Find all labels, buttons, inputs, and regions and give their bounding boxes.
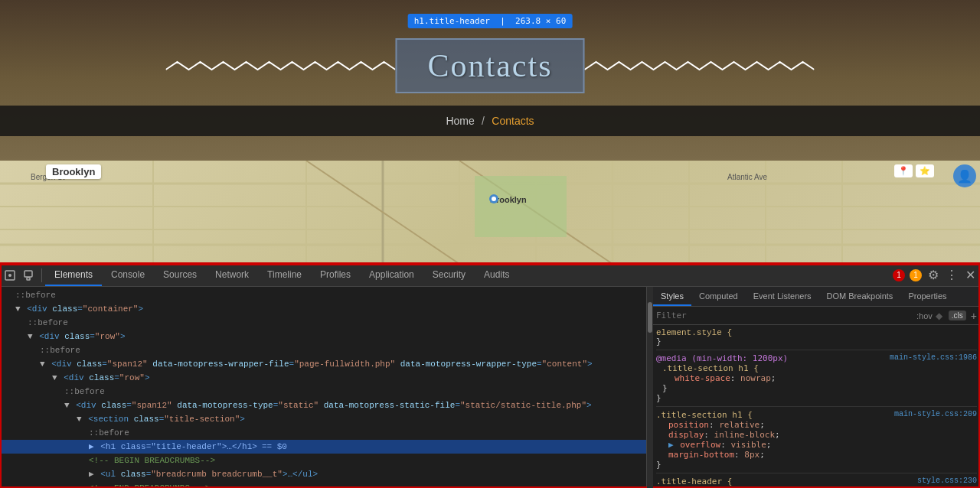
dom-line[interactable]: ▼ <div class="span12" data-motopress-wra… bbox=[0, 357, 646, 371]
devtools-right-icons: 1 1 ⚙ ⋮ ✕ bbox=[893, 268, 977, 282]
dom-line-selected[interactable]: ▶ <h1 class="title-header">…</h1>== $0 bbox=[0, 440, 646, 454]
zigzag-left bbox=[166, 58, 396, 73]
devtools-tabs: Elements Console Sources Network Timelin… bbox=[45, 264, 893, 286]
dom-line: ::before bbox=[0, 288, 646, 302]
tab-application[interactable]: Application bbox=[360, 264, 423, 286]
contacts-header-area: Contacts bbox=[166, 38, 815, 93]
device-mode-icon[interactable] bbox=[21, 268, 35, 282]
tab-console[interactable]: Console bbox=[102, 264, 154, 286]
contacts-title-box: Contacts bbox=[396, 38, 585, 93]
tab-security[interactable]: Security bbox=[423, 264, 475, 286]
styles-filter-bar: :hov ◆ .cls + bbox=[653, 307, 980, 325]
svg-rect-15 bbox=[475, 176, 567, 237]
inspect-element-icon[interactable] bbox=[3, 268, 17, 282]
dom-line[interactable]: ▼ <div class="row"> bbox=[0, 371, 646, 385]
tab-sources[interactable]: Sources bbox=[154, 264, 206, 286]
styles-content[interactable]: element.style { } @media (min-width: 120… bbox=[653, 325, 980, 488]
dom-line[interactable]: ▼ <div class="row"> bbox=[0, 330, 646, 343]
page-title: Contacts bbox=[428, 47, 553, 84]
map-area: Bergen St Brooklyn Atlantic Ave Brooklyn… bbox=[0, 161, 980, 264]
dom-scrollbar[interactable] bbox=[647, 287, 653, 488]
dom-scroll-thumb[interactable] bbox=[648, 302, 652, 333]
styles-tab-styles[interactable]: Styles bbox=[653, 287, 691, 306]
svg-rect-23 bbox=[24, 271, 32, 277]
dom-line: <!-- BEGIN BREADCRUMBS--> bbox=[0, 454, 646, 467]
add-style-icon[interactable]: + bbox=[971, 310, 977, 322]
style-file-link-230[interactable]: style.css:230 bbox=[917, 477, 977, 485]
map-background: Bergen St Brooklyn Atlantic Ave Brooklyn… bbox=[0, 161, 980, 264]
devtools-panel: Elements Console Sources Network Timelin… bbox=[0, 262, 980, 488]
tab-timeline[interactable]: Timeline bbox=[258, 264, 311, 286]
map-svg: Bergen St Brooklyn Atlantic Ave bbox=[0, 161, 980, 264]
dom-line: <!-- END BREADCRUMBS --> bbox=[0, 481, 646, 488]
tab-profiles[interactable]: Profiles bbox=[311, 264, 360, 286]
dom-line[interactable]: ▶ <ul class="breadcrumb breadcrumb__t">…… bbox=[0, 467, 646, 481]
style-rule-element: element.style { } bbox=[656, 328, 977, 346]
dom-line: ::before bbox=[0, 385, 646, 399]
breadcrumb-current: Contacts bbox=[492, 115, 534, 127]
svg-point-20 bbox=[492, 197, 496, 201]
style-rule-title-header: .title-header { style.css:230 } bbox=[656, 477, 977, 488]
website-preview: h1.title-header | 263.8 × 60 Contacts Ho… bbox=[0, 0, 980, 264]
styles-tab-dom-breakpoints[interactable]: DOM Breakpoints bbox=[819, 287, 901, 306]
tab-network[interactable]: Network bbox=[206, 264, 258, 286]
element-tooltip: h1.title-header | 263.8 × 60 bbox=[408, 14, 573, 28]
settings-icon[interactable]: ⚙ bbox=[926, 268, 940, 282]
styles-tab-event-listeners[interactable]: Event Listeners bbox=[746, 287, 819, 306]
dom-line[interactable]: ▼ <div class="container"> bbox=[0, 302, 646, 316]
more-options-icon[interactable]: ⋮ bbox=[945, 268, 959, 282]
tab-audits[interactable]: Audits bbox=[475, 264, 518, 286]
warn-count-badge: 1 bbox=[910, 269, 922, 281]
error-count-badge: 1 bbox=[893, 269, 905, 281]
style-file-link-209[interactable]: main-style.css:209 bbox=[894, 410, 977, 418]
dom-panel[interactable]: ::before ▼ <div class="container"> ::bef… bbox=[0, 287, 647, 488]
cls-filter-badge[interactable]: .cls bbox=[949, 311, 966, 320]
breadcrumb-home[interactable]: Home bbox=[446, 115, 474, 127]
map-star-icon[interactable]: ⭐ bbox=[916, 164, 934, 177]
dom-line[interactable]: ▼ <div class="span12" data-motopress-typ… bbox=[0, 399, 646, 412]
dom-line[interactable]: ▼ <section class="title-section"> bbox=[0, 412, 646, 426]
devtools-main: ::before ▼ <div class="container"> ::bef… bbox=[0, 287, 980, 488]
styles-filter-input[interactable] bbox=[656, 311, 913, 320]
devtools-toolbar: Elements Console Sources Network Timelin… bbox=[0, 264, 980, 287]
overflow-triangle-icon[interactable]: ▶ bbox=[668, 440, 674, 450]
styles-tab-properties[interactable]: Properties bbox=[900, 287, 954, 306]
hov-filter-badge[interactable]: :hov bbox=[916, 311, 933, 320]
style-rule-title-section: .title-section h1 { main-style.css:209 p… bbox=[656, 410, 977, 470]
zigzag-right bbox=[584, 58, 814, 73]
breadcrumb-bar: Home / Contacts bbox=[0, 106, 980, 136]
dom-line: ::before bbox=[0, 316, 646, 330]
style-divider-2 bbox=[656, 406, 977, 407]
dom-line: ::before bbox=[0, 343, 646, 357]
style-rule-media: @media (min-width: 1200px) main-style.cs… bbox=[656, 353, 977, 403]
svg-text:Atlantic Ave: Atlantic Ave bbox=[727, 173, 768, 181]
map-location-label: Brooklyn bbox=[46, 164, 101, 179]
style-divider bbox=[656, 350, 977, 350]
styles-panel: Styles Computed Event Listeners DOM Brea… bbox=[653, 287, 980, 488]
map-controls: 📍 ⭐ bbox=[894, 164, 934, 177]
svg-rect-24 bbox=[27, 278, 30, 280]
devtools-icon-group bbox=[3, 268, 42, 282]
breadcrumb-separator: / bbox=[482, 115, 485, 127]
style-divider-3 bbox=[656, 473, 977, 473]
style-file-link-1986[interactable]: main-style.css:1986 bbox=[890, 353, 977, 362]
svg-point-22 bbox=[8, 274, 11, 277]
dom-line: ::before bbox=[0, 426, 646, 440]
tab-elements[interactable]: Elements bbox=[45, 264, 102, 286]
close-devtools-icon[interactable]: ✕ bbox=[963, 268, 977, 282]
map-pin-icon[interactable]: 📍 bbox=[894, 164, 913, 177]
styles-tab-computed[interactable]: Computed bbox=[691, 287, 746, 306]
map-user-icon: 👤 bbox=[953, 164, 976, 187]
styles-toolbar: Styles Computed Event Listeners DOM Brea… bbox=[653, 287, 980, 307]
